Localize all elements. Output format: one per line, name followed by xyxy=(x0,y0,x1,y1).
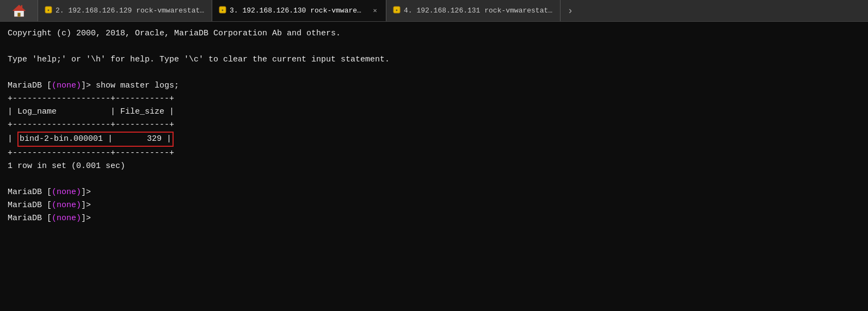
terminal-line-3: Type 'help;' or '\h' for help. Type '\c'… xyxy=(8,53,860,66)
terminal-line-10: +--------------------+-----------+ xyxy=(8,147,860,160)
terminal-line-7: | Log_name | File_size | xyxy=(8,105,860,119)
prompt-none-1: (none) xyxy=(52,81,81,90)
tab4-icon: ✦ xyxy=(393,6,401,16)
terminal-line-8: +--------------------+-----------+ xyxy=(8,119,860,132)
tab2-icon: ✦ xyxy=(45,6,52,16)
svg-text:✦: ✦ xyxy=(221,8,224,13)
terminal-empty-1 xyxy=(8,40,860,53)
new-tab-button[interactable]: › xyxy=(561,0,580,21)
terminal-line-1: Copyright (c) 2000, 2018, Oracle, MariaD… xyxy=(8,27,860,40)
home-tab[interactable] xyxy=(0,0,38,21)
terminal-line-9: | bind-2-bin.000001 | 329 | xyxy=(8,132,860,147)
svg-text:✦: ✦ xyxy=(396,8,398,13)
tab3-close-icon[interactable]: ✕ xyxy=(371,7,379,15)
terminal-line-15: MariaDB [(none)]> xyxy=(8,212,860,225)
tab-bar: ✦ 2. 192.168.126.129 rock-vmwarestatio ✦… xyxy=(0,0,868,22)
terminal-line-14: MariaDB [(none)]> xyxy=(8,199,860,212)
tab2-label: 2. 192.168.126.129 rock-vmwarestatio xyxy=(56,7,205,15)
home-icon xyxy=(11,3,27,18)
tab4-label: 4. 192.168.126.131 rock-vmwarestatio xyxy=(404,7,553,15)
svg-text:✦: ✦ xyxy=(47,8,50,13)
terminal-line-13: MariaDB [(none)]> xyxy=(8,186,860,199)
terminal-line-5: MariaDB [(none)]> show master logs; xyxy=(8,79,860,92)
terminal-line-11: 1 row in set (0.001 sec) xyxy=(8,160,860,173)
tab3-label: 3. 192.168.126.130 rock-vmwaresta xyxy=(230,7,365,15)
mariadb-label: MariaDB [ xyxy=(8,81,52,90)
terminal-empty-3 xyxy=(8,173,860,186)
svg-rect-3 xyxy=(21,5,22,8)
svg-rect-2 xyxy=(17,13,20,16)
terminal-empty-2 xyxy=(8,66,860,79)
terminal-area[interactable]: Copyright (c) 2000, 2018, Oracle, MariaD… xyxy=(0,22,868,311)
terminal-line-6: +--------------------+-----------+ xyxy=(8,92,860,105)
highlighted-row: bind-2-bin.000001 | 329 | xyxy=(17,132,174,147)
tab3-icon: ✦ xyxy=(219,6,226,16)
tab-3[interactable]: ✦ 3. 192.168.126.130 rock-vmwaresta ✕ xyxy=(212,0,386,21)
tab-4[interactable]: ✦ 4. 192.168.126.131 rock-vmwarestatio xyxy=(386,0,561,21)
tab-2[interactable]: ✦ 2. 192.168.126.129 rock-vmwarestatio xyxy=(38,0,212,21)
